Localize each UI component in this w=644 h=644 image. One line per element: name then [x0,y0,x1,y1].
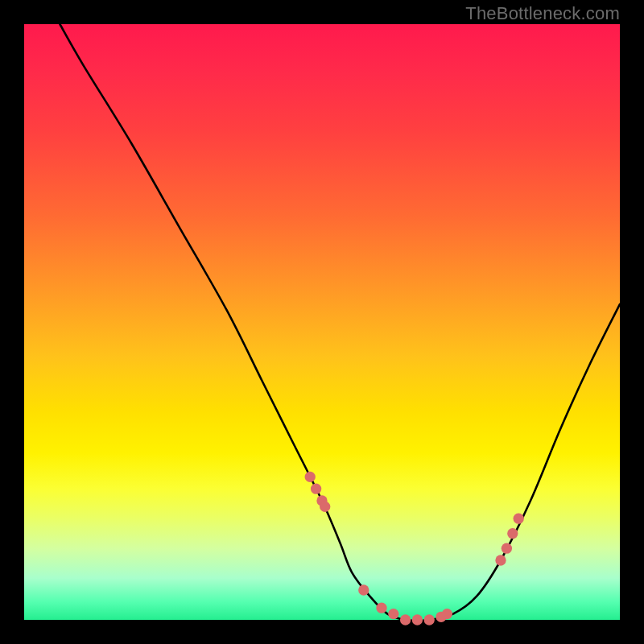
highlight-dot [320,502,330,512]
chart-svg [24,24,620,620]
highlight-dot [305,472,316,482]
highlight-dot [358,584,369,595]
curve-line [60,24,620,621]
highlight-dot [412,614,423,625]
highlight-dot [376,603,386,613]
highlight-dot [495,555,506,565]
plot-area [24,24,620,620]
watermark-text: TheBottleneck.com [465,3,620,24]
highlight-dot [502,543,512,554]
highlight-dot [514,514,524,524]
chart-frame: TheBottleneck.com [0,0,644,644]
highlight-dot [442,609,452,619]
highlight-dot [424,614,435,625]
highlight-dot [311,484,321,494]
highlight-dot [507,528,518,539]
highlight-dot [400,614,411,625]
highlight-dot [388,609,398,619]
highlight-dots [305,472,524,625]
